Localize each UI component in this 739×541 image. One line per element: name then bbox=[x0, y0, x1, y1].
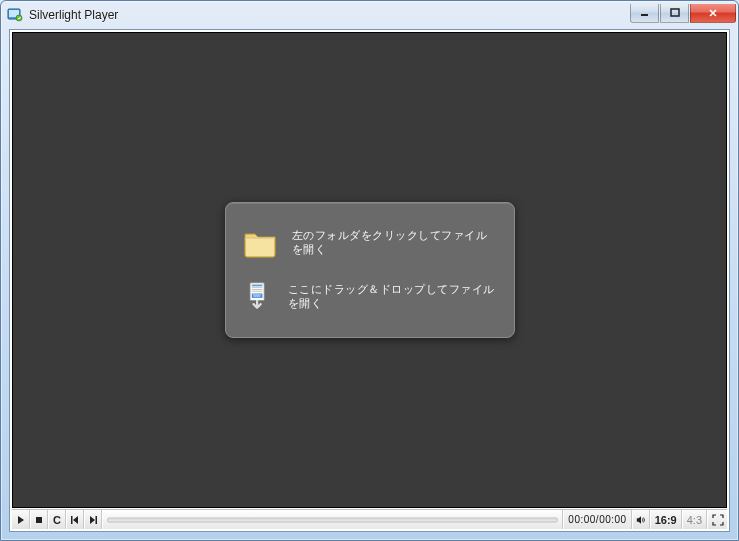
open-file-row[interactable]: 左のフォルダをクリックしてファイルを開く bbox=[242, 217, 498, 269]
drag-drop-row[interactable]: WMV ここにドラッグ＆ドロップしてファイルを開く bbox=[242, 271, 498, 323]
drop-panel: 左のフォルダをクリックしてファイルを開く WMV bbox=[225, 202, 515, 338]
aspect-4-3-button[interactable]: 4:3 bbox=[682, 510, 707, 529]
cycle-button[interactable]: C bbox=[48, 510, 66, 529]
maximize-button[interactable] bbox=[660, 4, 689, 23]
stop-button[interactable] bbox=[30, 510, 48, 529]
cycle-label: C bbox=[53, 514, 61, 526]
app-icon bbox=[7, 7, 23, 23]
svg-rect-12 bbox=[36, 517, 42, 523]
file-drop-icon: WMV bbox=[242, 279, 274, 315]
seek-track bbox=[107, 517, 558, 522]
minimize-button[interactable] bbox=[630, 4, 659, 23]
titlebar[interactable]: Silverlight Player bbox=[1, 1, 738, 29]
svg-point-2 bbox=[16, 15, 22, 21]
window-frame: Silverlight Player bbox=[0, 0, 739, 541]
volume-button[interactable] bbox=[632, 510, 650, 529]
close-button[interactable] bbox=[690, 4, 736, 23]
control-bar: C 00:00/00:00 16:9 4:3 bbox=[12, 509, 727, 529]
svg-rect-7 bbox=[251, 287, 262, 288]
video-area[interactable]: 左のフォルダをクリックしてファイルを開く WMV bbox=[12, 32, 727, 508]
seek-bar[interactable] bbox=[102, 510, 563, 529]
svg-rect-4 bbox=[671, 9, 679, 16]
prev-button[interactable] bbox=[66, 510, 84, 529]
window-title: Silverlight Player bbox=[29, 8, 630, 22]
svg-rect-13 bbox=[71, 516, 73, 524]
open-file-label: 左のフォルダをクリックしてファイルを開く bbox=[292, 229, 498, 257]
svg-rect-9 bbox=[251, 291, 262, 292]
svg-rect-6 bbox=[251, 285, 262, 287]
aspect-16-9-button[interactable]: 16:9 bbox=[650, 510, 682, 529]
svg-rect-14 bbox=[96, 516, 98, 524]
play-button[interactable] bbox=[12, 510, 30, 529]
next-button[interactable] bbox=[84, 510, 102, 529]
fullscreen-button[interactable] bbox=[707, 510, 727, 529]
window-buttons bbox=[630, 4, 736, 23]
client-area: 左のフォルダをクリックしてファイルを開く WMV bbox=[9, 29, 730, 532]
svg-rect-3 bbox=[641, 14, 648, 16]
svg-text:WMV: WMV bbox=[253, 294, 262, 298]
drag-drop-label: ここにドラッグ＆ドロップしてファイルを開く bbox=[288, 283, 498, 311]
folder-icon bbox=[242, 225, 278, 261]
time-display: 00:00/00:00 bbox=[563, 510, 631, 529]
svg-rect-8 bbox=[251, 289, 262, 290]
